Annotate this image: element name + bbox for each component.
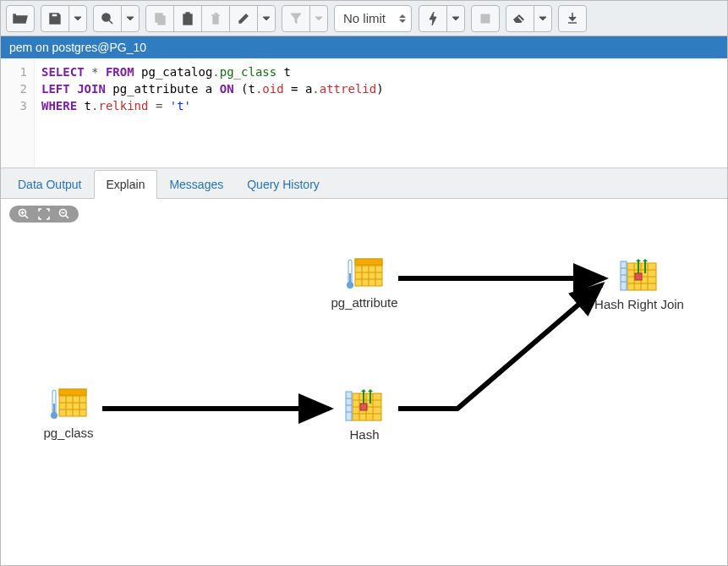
row-limit-value: No limit	[343, 11, 386, 25]
svg-rect-30	[635, 273, 642, 280]
svg-rect-2	[158, 16, 165, 25]
svg-rect-35	[53, 404, 55, 414]
find-dropdown[interactable]	[121, 5, 140, 32]
edit-dropdown[interactable]	[257, 5, 276, 32]
svg-rect-5	[481, 14, 490, 23]
svg-rect-4	[186, 13, 189, 15]
node-hash[interactable]: Hash	[314, 388, 415, 442]
row-limit-select[interactable]: No limit	[334, 5, 412, 32]
open-file-button[interactable]	[6, 5, 35, 32]
sql-code[interactable]: SELECT * FROM pg_catalog.pg_class tLEFT …	[35, 58, 727, 168]
connection-bar: pem on postgres@PG_10	[1, 36, 727, 58]
filter-dropdown[interactable]	[309, 5, 328, 32]
hashjoin-icon	[620, 258, 659, 292]
sql-editor[interactable]: 123 SELECT * FROM pg_catalog.pg_class tL…	[1, 58, 727, 168]
execute-dropdown[interactable]	[446, 5, 465, 32]
node-label: Hash Right Join	[594, 297, 684, 311]
node-label: Hash	[349, 427, 379, 442]
tab-query-history[interactable]: Query History	[235, 171, 331, 198]
save-dropdown[interactable]	[68, 5, 87, 32]
explain-diagram: pg_attribute Hash Right Join pg_class	[1, 199, 727, 566]
svg-point-0	[102, 14, 110, 21]
save-button[interactable]	[41, 5, 69, 32]
download-button[interactable]	[558, 5, 587, 32]
edit-button[interactable]	[229, 5, 258, 32]
seqscan-icon	[346, 258, 383, 290]
svg-rect-55	[360, 404, 367, 410]
node-label: pg_attribute	[331, 295, 397, 310]
copy-button[interactable]	[145, 5, 174, 32]
hash-icon	[345, 388, 384, 422]
line-gutter: 123	[1, 58, 35, 168]
node-hash-right-join[interactable]: Hash Right Join	[588, 258, 690, 311]
result-tabs: Data Output Explain Messages Query Histo…	[1, 168, 727, 199]
node-label: pg_class	[43, 426, 93, 440]
svg-rect-18	[355, 259, 382, 265]
svg-rect-10	[349, 273, 351, 283]
toolbar: No limit	[1, 1, 727, 36]
connection-label: pem on postgres@PG_10	[9, 41, 146, 54]
spinner-icon	[398, 14, 407, 24]
paste-button[interactable]	[173, 5, 202, 32]
node-pg-class[interactable]: pg_class	[18, 388, 119, 440]
node-pg-attribute[interactable]: pg_attribute	[314, 258, 415, 310]
execute-button[interactable]	[419, 5, 447, 32]
tab-explain[interactable]: Explain	[94, 170, 158, 199]
seqscan-icon	[50, 388, 87, 420]
delete-button[interactable]	[201, 5, 230, 32]
svg-rect-43	[59, 389, 86, 395]
svg-rect-26	[621, 261, 627, 290]
tab-data-output[interactable]: Data Output	[6, 171, 94, 198]
tab-messages[interactable]: Messages	[157, 171, 235, 198]
filter-button[interactable]	[282, 5, 310, 32]
stop-button[interactable]	[471, 5, 500, 32]
svg-rect-3	[183, 14, 192, 25]
explain-panel: pg_attribute Hash Right Join pg_class	[1, 199, 727, 566]
svg-rect-51	[346, 392, 352, 420]
find-button[interactable]	[93, 5, 122, 32]
clear-dropdown[interactable]	[534, 5, 552, 32]
clear-button[interactable]	[506, 5, 534, 32]
